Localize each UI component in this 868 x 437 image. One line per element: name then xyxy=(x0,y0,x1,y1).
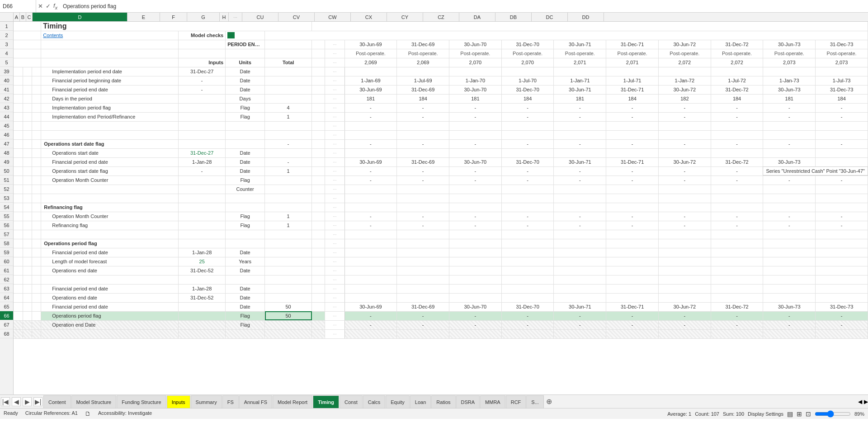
row-num-1[interactable]: 1 xyxy=(0,22,13,31)
view-layout-icon[interactable]: ⊞ xyxy=(797,410,802,418)
col-header-CU[interactable]: CU xyxy=(242,13,278,22)
row-num-51[interactable]: 51 xyxy=(0,176,13,185)
row-num-2[interactable]: 2 xyxy=(0,31,13,40)
model-checks-green-btn[interactable] xyxy=(227,32,235,38)
row-num-47[interactable]: 47 xyxy=(0,139,13,148)
row-num-50[interactable]: 50 xyxy=(0,166,13,176)
tab-fs[interactable]: FS xyxy=(222,395,239,408)
tab-equity[interactable]: Equity xyxy=(386,395,410,408)
status-display-settings[interactable]: Display Settings xyxy=(748,411,783,417)
tab-loan[interactable]: Loan xyxy=(410,395,431,408)
col-header-E[interactable]: E xyxy=(127,13,160,22)
col-header-C[interactable]: C xyxy=(26,13,33,22)
view-normal-icon[interactable]: ▤ xyxy=(787,410,793,418)
row-num-60[interactable]: 60 xyxy=(0,257,13,266)
tab-content[interactable]: Content xyxy=(43,395,71,408)
row-num-65[interactable]: 65 xyxy=(0,302,13,311)
row-num-39[interactable]: 39 xyxy=(0,67,13,76)
col-header-A[interactable]: A xyxy=(14,13,20,22)
function-icon[interactable]: fx xyxy=(53,2,57,10)
row-num-59[interactable]: 59 xyxy=(0,248,13,257)
tab-dsra[interactable]: DSRA xyxy=(456,395,480,408)
col-header-CX[interactable]: CX xyxy=(351,13,387,22)
row-num-43[interactable]: 43 xyxy=(0,103,13,112)
row-num-58[interactable]: 58 xyxy=(0,239,13,248)
cell-val-50-4: - xyxy=(554,166,606,176)
col-header-DC[interactable]: DC xyxy=(532,13,568,22)
row-num-40[interactable]: 40 xyxy=(0,76,13,85)
name-box[interactable]: D66 xyxy=(0,0,36,12)
cell-val-64-3 xyxy=(501,293,554,302)
tab-nav-last[interactable]: ▶| xyxy=(33,397,42,406)
row-num-61[interactable]: 61 xyxy=(0,266,13,275)
row-num-52[interactable]: 52 xyxy=(0,185,13,194)
cell-dots-50: ··· xyxy=(325,166,344,176)
row-num-53[interactable]: 53 xyxy=(0,194,13,203)
row-num-3[interactable]: 3 xyxy=(0,40,13,49)
tab-funding-structure[interactable]: Funding Structure xyxy=(117,395,166,408)
col-header-D[interactable]: D xyxy=(33,13,127,22)
cell-B-63 xyxy=(23,284,32,293)
tab-nav-next[interactable]: ▶ xyxy=(23,397,32,406)
col-header-CW[interactable]: CW xyxy=(315,13,351,22)
row-num-56[interactable]: 56 xyxy=(0,221,13,230)
col-header-F[interactable]: F xyxy=(160,13,187,22)
row-num-5[interactable]: 5 xyxy=(0,58,13,67)
row-num-46[interactable]: 46 xyxy=(0,130,13,139)
row-num-48[interactable]: 48 xyxy=(0,148,13,157)
row-num-54[interactable]: 54 xyxy=(0,203,13,212)
sheet-scroll-right[interactable]: ▶ xyxy=(864,399,868,405)
tab-s...[interactable]: S... xyxy=(526,395,544,408)
cell-val-59-9 xyxy=(816,248,868,257)
cell-val-46-2 xyxy=(449,130,502,139)
tab-ratios[interactable]: Ratios xyxy=(431,395,455,408)
row-num-67[interactable]: 67 xyxy=(0,320,13,329)
col-header-G[interactable]: G xyxy=(187,13,220,22)
cell-F-51: Flag xyxy=(226,176,265,185)
col-header-...[interactable]: ··· xyxy=(229,13,242,22)
row-num-66[interactable]: 66 xyxy=(0,311,13,320)
row-num-68[interactable]: 68 xyxy=(0,329,13,338)
row-num-42[interactable]: 42 xyxy=(0,94,13,103)
row-num-41[interactable]: 41 xyxy=(0,85,13,94)
col-header-DD[interactable]: DD xyxy=(568,13,604,22)
tab-model-structure[interactable]: Model Structure xyxy=(71,395,117,408)
view-page-break-icon[interactable]: ⊡ xyxy=(806,410,811,418)
tab-model-report[interactable]: Model Report xyxy=(273,395,312,408)
tab-summary[interactable]: Summary xyxy=(191,395,222,408)
add-sheet-button[interactable]: ⊕ xyxy=(546,397,552,406)
col-header-CY[interactable]: CY xyxy=(387,13,423,22)
row-num-45[interactable]: 45 xyxy=(0,121,13,130)
tab-calcs[interactable]: Calcs xyxy=(363,395,386,408)
cell-A-51 xyxy=(14,176,23,185)
cancel-icon[interactable]: ✕ xyxy=(38,3,43,10)
col-header-H[interactable]: H xyxy=(220,13,229,22)
cell-val-46-0 xyxy=(344,130,397,139)
row-num-44[interactable]: 44 xyxy=(0,112,13,121)
row-num-63[interactable]: 63 xyxy=(0,284,13,293)
sheet-scroll-left[interactable]: ◀ xyxy=(858,399,862,405)
confirm-icon[interactable]: ✓ xyxy=(46,3,51,10)
row-num-49[interactable]: 49 xyxy=(0,157,13,166)
tab-const[interactable]: Const xyxy=(340,395,363,408)
col-header-DA[interactable]: DA xyxy=(459,13,495,22)
tab-nav-first[interactable]: |◀ xyxy=(1,397,10,406)
tab-timing[interactable]: Timing xyxy=(313,395,339,408)
row-num-62[interactable]: 62 xyxy=(0,275,13,284)
col-header-B[interactable]: B xyxy=(20,13,26,22)
tab-annual-fs[interactable]: Annual FS xyxy=(239,395,272,408)
tab-inputs[interactable]: Inputs xyxy=(167,395,190,408)
col-header-DB[interactable]: DB xyxy=(495,13,532,22)
zoom-slider[interactable] xyxy=(815,410,851,418)
row-num-4[interactable]: 4 xyxy=(0,49,13,58)
col-header-CV[interactable]: CV xyxy=(278,13,315,22)
tab-nav-prev[interactable]: ◀ xyxy=(12,397,21,406)
row-num-57[interactable]: 57 xyxy=(0,230,13,239)
row-num-64[interactable]: 64 xyxy=(0,293,13,302)
cell-val-66-1: - xyxy=(397,311,449,320)
tab-mmra[interactable]: MMRA xyxy=(480,395,505,408)
contents-link[interactable]: Contents xyxy=(41,31,179,40)
tab-rcf[interactable]: RCF xyxy=(506,395,526,408)
col-header-CZ[interactable]: CZ xyxy=(423,13,459,22)
row-num-55[interactable]: 55 xyxy=(0,212,13,221)
